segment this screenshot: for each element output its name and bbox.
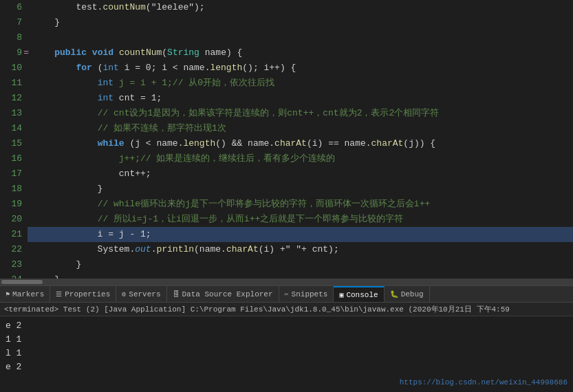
code-line: 13 // cnt设为1是因为，如果该字符是连续的，则cnt++，cnt就为2，…	[0, 106, 573, 121]
code-line: 19 // while循环出来的j是下一个即将参与比较的字符，而循环体一次循环之…	[0, 197, 573, 212]
code-token: cnt = 1;	[113, 93, 162, 103]
tab-properties[interactable]: ☰Properties	[50, 286, 116, 303]
code-line: 6 test.countNum("leelee");	[0, 0, 573, 15]
code-token: length	[183, 138, 215, 149]
code-token: }	[33, 17, 60, 28]
tab-icon-console: ▣	[339, 291, 343, 299]
code-token	[33, 199, 98, 209]
line-number: 9	[0, 45, 28, 61]
tab-icon-datasource: 🗄	[173, 290, 180, 298]
tab-debug[interactable]: 🐛Debug	[385, 286, 430, 303]
code-line: 20 // 所以i=j-1，让i回退一步，从而i++之后就是下一个即将参与比较的…	[0, 212, 573, 227]
code-editor: 6 test.countNum("leelee");7 }89 public v…	[0, 0, 573, 285]
tab-icon-markers: ⚑	[6, 290, 10, 298]
line-number: 18	[0, 182, 28, 197]
code-token: for	[76, 63, 91, 73]
line-number: 10	[0, 61, 28, 76]
code-token: int	[102, 63, 118, 73]
line-content: }	[28, 15, 60, 30]
console-line: 1 1	[6, 333, 567, 347]
tab-icon-snippets: ✂	[285, 290, 289, 298]
tab-snippets[interactable]: ✂Snippets	[279, 286, 334, 303]
code-token: out	[135, 244, 151, 254]
code-line: 8	[0, 30, 573, 45]
console-line: e 2	[6, 319, 567, 333]
code-line: 7 }	[0, 15, 573, 30]
bottom-panel: ⚑Markers☰Properties⚙Servers🗄Data Source …	[0, 285, 573, 392]
line-number: 19	[0, 197, 28, 212]
line-number: 17	[0, 166, 28, 182]
line-number: 7	[0, 15, 28, 30]
code-token: j++;// 如果是连续的，继续往后，看有多少个连续的	[33, 153, 335, 164]
line-content: // 如果不连续，那字符出现1次	[28, 121, 226, 136]
code-token: int	[98, 93, 113, 103]
code-token: System.	[33, 244, 135, 254]
line-number: 15	[0, 136, 28, 151]
code-line: 21 i = j - 1;	[0, 227, 573, 242]
code-token	[33, 78, 98, 88]
line-number: 14	[0, 121, 28, 136]
line-number: 8	[0, 30, 28, 45]
line-number: 12	[0, 91, 28, 106]
code-token: charAt	[226, 244, 259, 254]
code-token: name) {	[199, 47, 242, 58]
code-line: 24 }	[0, 272, 573, 279]
code-token: int	[98, 78, 113, 88]
line-content: int j = i + 1;// 从0开始，依次往后找	[28, 76, 274, 91]
line-content: // while循环出来的j是下一个即将参与比较的字符，而循环体一次循环之后会i…	[28, 197, 430, 212]
line-content: for (int i = 0; i < name.length(); i++) …	[28, 61, 296, 76]
code-token: ("leelee");	[146, 2, 205, 12]
code-token: while	[98, 138, 125, 149]
line-content: }	[28, 182, 102, 197]
tab-icon-properties: ☰	[56, 290, 62, 298]
line-number: 16	[0, 151, 28, 166]
line-number: 23	[0, 257, 28, 272]
code-token: }	[33, 259, 81, 270]
code-token	[33, 93, 98, 103]
line-number: 24	[0, 272, 28, 279]
tab-label-servers: Servers	[129, 290, 160, 298]
code-scrollbar[interactable]	[0, 279, 573, 285]
code-line: 12 int cnt = 1;	[0, 91, 573, 106]
scrollbar-thumb[interactable]	[1, 280, 43, 284]
tab-label-console: Console	[346, 291, 378, 299]
code-token	[33, 108, 98, 118]
code-token: void	[92, 47, 113, 58]
code-token: (	[162, 47, 167, 58]
tab-label-properties: Properties	[65, 290, 110, 298]
code-token: cnt++;	[33, 168, 151, 179]
line-content: }	[28, 257, 81, 272]
code-lines: 6 test.countNum("leelee");7 }89 public v…	[0, 0, 573, 279]
line-content: i = j - 1;	[28, 227, 151, 242]
tab-console[interactable]: ▣Console	[334, 286, 384, 303]
code-token: charAt	[371, 138, 404, 149]
code-token	[33, 123, 98, 133]
code-line: 11 int j = i + 1;// 从0开始，依次往后找	[0, 76, 573, 91]
code-token: (i) +" "+ cnt);	[259, 244, 339, 254]
code-line: 14 // 如果不连续，那字符出现1次	[0, 121, 573, 136]
code-token: // 所以i=j-1，让i回退一步，从而i++之后就是下一个即将参与比较的字符	[98, 214, 404, 224]
console-line: l 1	[6, 347, 567, 360]
code-token	[33, 138, 98, 149]
code-token: String	[167, 47, 199, 58]
code-line: 10 for (int i = 0; i < name.length(); i+…	[0, 61, 573, 76]
code-token: (); i++) {	[242, 63, 296, 73]
code-token: countNum	[102, 2, 145, 12]
code-token: (	[92, 63, 103, 73]
line-content: while (j < name.length() && name.charAt(…	[28, 136, 435, 151]
code-token: charAt	[274, 138, 307, 149]
line-number: 6	[0, 0, 28, 15]
code-token: (name.	[194, 244, 226, 254]
line-content: test.countNum("leelee");	[28, 0, 205, 15]
tab-datasource[interactable]: 🗄Data Source Explorer	[167, 286, 279, 303]
code-token: length	[210, 63, 242, 73]
line-content: j++;// 如果是连续的，继续往后，看有多少个连续的	[28, 151, 335, 166]
line-number: 21	[0, 227, 28, 242]
tab-servers[interactable]: ⚙Servers	[116, 286, 166, 303]
code-token: j = i + 1;// 从0开始，依次往后找	[113, 78, 274, 88]
tab-label-debug: Debug	[401, 290, 424, 298]
tab-markers[interactable]: ⚑Markers	[0, 286, 50, 303]
code-token	[113, 47, 119, 58]
line-content: // cnt设为1是因为，如果该字符是连续的，则cnt++，cnt就为2，表示2…	[28, 106, 439, 121]
code-line: 17 cnt++;	[0, 166, 573, 182]
